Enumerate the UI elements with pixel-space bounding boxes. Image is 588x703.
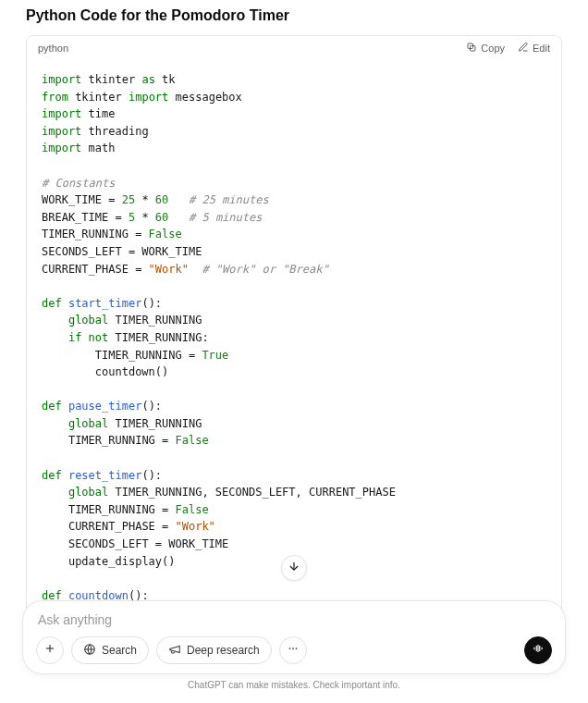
code-header: python Copy Edit: [27, 36, 561, 60]
search-tool-button[interactable]: Search: [71, 636, 149, 664]
waveform-icon: [532, 642, 545, 659]
code-block: python Copy Edit import tkinter as tk fr…: [26, 35, 562, 637]
svg-point-4: [292, 648, 294, 649]
copy-label: Copy: [481, 43, 505, 54]
edit-icon: [518, 42, 529, 55]
scroll-to-bottom-button[interactable]: [281, 555, 307, 581]
deep-research-button[interactable]: Deep research: [156, 636, 272, 664]
edit-button[interactable]: Edit: [518, 42, 550, 55]
deep-research-label: Deep research: [187, 644, 260, 657]
ellipsis-icon: [287, 642, 300, 659]
more-tools-button[interactable]: [279, 636, 307, 664]
code-language-label: python: [38, 43, 68, 54]
copy-icon: [466, 42, 477, 55]
svg-point-5: [295, 648, 297, 649]
edit-label: Edit: [533, 43, 550, 54]
globe-icon: [83, 643, 96, 659]
search-tool-label: Search: [102, 644, 137, 657]
copy-button[interactable]: Copy: [466, 42, 505, 55]
message-input[interactable]: [36, 610, 552, 636]
code-content[interactable]: import tkinter as tk from tkinter import…: [27, 60, 561, 636]
plus-icon: [43, 642, 56, 659]
telescope-icon: [168, 643, 181, 659]
disclaimer-text: ChatGPT can make mistakes. Check importa…: [22, 680, 566, 690]
composer: Search Deep research: [22, 600, 566, 674]
add-attachment-button[interactable]: [36, 636, 64, 664]
section-heading: Python Code for the Pomodoro Timer: [26, 7, 562, 24]
svg-point-3: [288, 648, 290, 649]
voice-mode-button[interactable]: [524, 636, 552, 664]
arrow-down-icon: [288, 560, 300, 576]
